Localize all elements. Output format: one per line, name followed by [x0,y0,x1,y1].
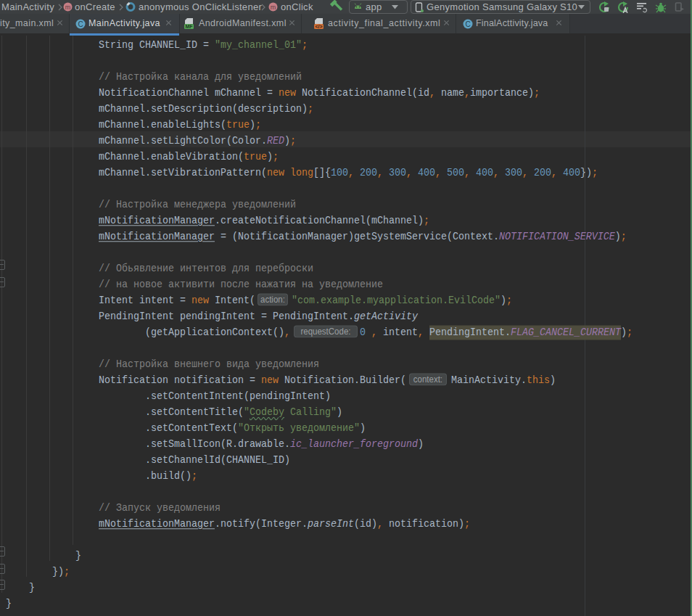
svg-text:C: C [78,20,83,28]
svg-text:m: m [271,4,276,11]
svg-text:MF: MF [185,24,193,29]
svg-text:m: m [65,4,71,11]
svg-text:C: C [465,20,470,28]
svg-text:</>: </> [315,24,322,29]
